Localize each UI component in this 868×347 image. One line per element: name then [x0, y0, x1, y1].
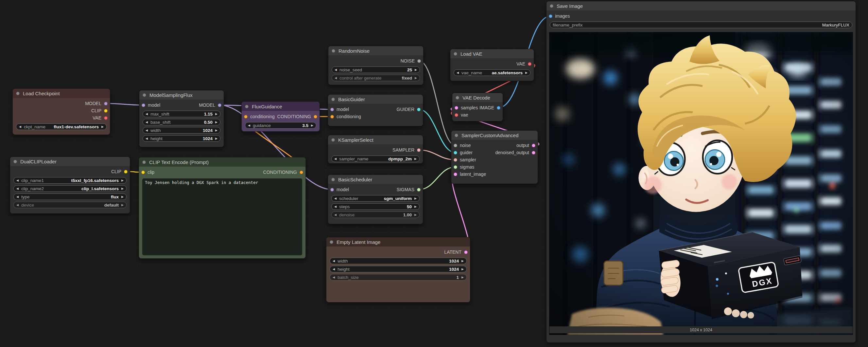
- model-input-port[interactable]: [330, 188, 334, 192]
- SAMPLER-output-port[interactable]: [417, 148, 421, 152]
- CLIP-output-port[interactable]: [124, 170, 128, 173]
- increment-arrow-icon[interactable]: ▶: [215, 137, 217, 140]
- prompt-textarea[interactable]: Toy Jensen holding a DGX Spark in a data…: [142, 178, 302, 255]
- node-header[interactable]: VAE Decode: [452, 93, 503, 102]
- collapse-dot-icon[interactable]: [245, 105, 249, 108]
- decrement-arrow-icon[interactable]: ◀: [17, 204, 19, 207]
- clip_name2-widget[interactable]: ◀clip_name2clip_l.safetensors▶: [13, 185, 127, 192]
- decrement-arrow-icon[interactable]: ◀: [335, 77, 337, 80]
- node-basic-guider[interactable]: BasicGuidermodelGUIDERconditioning: [328, 94, 423, 126]
- control-after-generate-widget[interactable]: ◀control after generatefixed▶: [332, 75, 420, 81]
- conditioning-input-port[interactable]: [330, 115, 334, 118]
- height-widget[interactable]: ◀height1024▶: [143, 135, 220, 142]
- device-widget[interactable]: ◀devicedefault▶: [13, 202, 127, 208]
- steps-widget[interactable]: ◀steps50▶: [331, 203, 420, 210]
- collapse-dot-icon[interactable]: [330, 240, 333, 244]
- node-ksampler-select[interactable]: KSamplerSelectSAMPLER◀sampler_namedpmpp_…: [328, 135, 423, 164]
- decrement-arrow-icon[interactable]: ◀: [334, 205, 337, 208]
- collapse-dot-icon[interactable]: [456, 96, 459, 99]
- decrement-arrow-icon[interactable]: ◀: [457, 71, 459, 74]
- decrement-arrow-icon[interactable]: ◀: [17, 187, 19, 190]
- decrement-arrow-icon[interactable]: ◀: [146, 113, 148, 116]
- CONDITIONING-output-port[interactable]: [314, 115, 317, 118]
- increment-arrow-icon[interactable]: ▶: [462, 260, 464, 263]
- CONDITIONING-output-port[interactable]: [300, 171, 303, 174]
- increment-arrow-icon[interactable]: ▶: [415, 77, 417, 80]
- guidance-widget[interactable]: ◀guidance3.5▶: [245, 122, 316, 129]
- increment-arrow-icon[interactable]: ▶: [215, 121, 217, 124]
- node-load-checkpoint[interactable]: Load CheckpointMODELCLIPVAE◀ckpt_nameflu…: [12, 88, 110, 135]
- scheduler-widget[interactable]: ◀schedulersgm_uniform▶: [331, 195, 420, 202]
- batch_size-widget[interactable]: ◀batch_size1▶: [330, 274, 467, 281]
- decrement-arrow-icon[interactable]: ◀: [17, 196, 19, 198]
- max_shift-widget[interactable]: ◀max_shift1.15▶: [143, 111, 220, 117]
- noise_seed-widget[interactable]: ◀noise_seed25▶: [332, 66, 420, 73]
- increment-arrow-icon[interactable]: ▶: [415, 68, 417, 71]
- increment-arrow-icon[interactable]: ▶: [462, 276, 464, 279]
- node-header[interactable]: DualCLIPLoader: [10, 157, 130, 166]
- CLIP-output-port[interactable]: [104, 109, 107, 113]
- model-input-port[interactable]: [330, 108, 334, 111]
- sampler-input-port[interactable]: [454, 158, 457, 162]
- decrement-arrow-icon[interactable]: ◀: [333, 260, 335, 263]
- node-empty-latent-image[interactable]: Empty Latent ImageLATENT◀width1024▶◀heig…: [326, 237, 470, 302]
- node-random-noise[interactable]: RandomNoiseNOISE◀noise_seed25▶◀control a…: [328, 46, 424, 85]
- MODEL-output-port[interactable]: [218, 104, 221, 107]
- node-header[interactable]: KSamplerSelect: [328, 135, 423, 144]
- node-header[interactable]: Save Image: [547, 1, 856, 10]
- denoised_output-output-port[interactable]: [532, 151, 535, 154]
- decrement-arrow-icon[interactable]: ◀: [334, 157, 337, 161]
- graph-canvas[interactable]: Load CheckpointMODELCLIPVAE◀ckpt_nameflu…: [0, 0, 868, 347]
- node-header[interactable]: FluxGuidance: [242, 102, 319, 111]
- collapse-dot-icon[interactable]: [331, 97, 335, 101]
- LATENT-output-port[interactable]: [464, 251, 468, 254]
- increment-arrow-icon[interactable]: ▶: [414, 197, 417, 200]
- ckpt_name-widget[interactable]: ◀ckpt_nameflux1-dev.safetensors▶: [16, 123, 106, 130]
- VAE-output-port[interactable]: [104, 116, 107, 120]
- filename_prefix-widget[interactable]: filename_prefixMarkuryFLUX: [550, 22, 852, 28]
- width-widget[interactable]: ◀width1024▶: [143, 127, 220, 134]
- collapse-dot-icon[interactable]: [142, 161, 146, 164]
- increment-arrow-icon[interactable]: ▶: [215, 129, 217, 132]
- output-output-port[interactable]: [532, 144, 535, 147]
- base_shift-widget[interactable]: ◀base_shift0.50▶: [143, 119, 220, 125]
- node-load-vae[interactable]: Load VAEVAE◀vae_nameae.safetensors▶: [450, 49, 534, 81]
- node-header[interactable]: Load VAE: [451, 49, 534, 58]
- node-sampler-custom-advanced[interactable]: SamplerCustomAdvancednoiseoutputguiderde…: [451, 130, 538, 184]
- decrement-arrow-icon[interactable]: ◀: [146, 121, 148, 124]
- node-flux-guidance[interactable]: FluxGuidanceconditioningCONDITIONING◀gui…: [241, 102, 320, 132]
- decrement-arrow-icon[interactable]: ◀: [334, 213, 337, 216]
- node-header[interactable]: SamplerCustomAdvanced: [451, 131, 538, 140]
- collapse-dot-icon[interactable]: [143, 93, 146, 97]
- decrement-arrow-icon[interactable]: ◀: [333, 268, 335, 271]
- node-header[interactable]: CLIP Text Encode (Prompt): [139, 157, 306, 167]
- GUIDER-output-port[interactable]: [417, 108, 421, 111]
- NOISE-output-port[interactable]: [417, 59, 421, 63]
- sigmas-input-port[interactable]: [454, 165, 457, 169]
- IMAGE-output-port[interactable]: [497, 106, 500, 110]
- denoise-widget[interactable]: ◀denoise1.00▶: [331, 211, 420, 218]
- model-input-port[interactable]: [142, 104, 145, 107]
- images-input-port[interactable]: [549, 15, 552, 18]
- node-header[interactable]: Load Checkpoint: [13, 89, 110, 98]
- collapse-dot-icon[interactable]: [550, 4, 553, 8]
- node-header[interactable]: BasicGuider: [328, 95, 423, 104]
- type-widget[interactable]: ◀typeflux▶: [13, 194, 127, 200]
- width-widget[interactable]: ◀width1024▶: [330, 258, 467, 264]
- clip_name1-widget[interactable]: ◀clip_name1t5xxl_fp16.safetensors▶: [13, 177, 127, 184]
- decrement-arrow-icon[interactable]: ◀: [333, 276, 335, 279]
- increment-arrow-icon[interactable]: ▶: [215, 113, 217, 116]
- collapse-dot-icon[interactable]: [331, 178, 335, 181]
- increment-arrow-icon[interactable]: ▶: [121, 204, 124, 207]
- node-dual-clip-loader[interactable]: DualCLIPLoaderCLIP◀clip_name1t5xxl_fp16.…: [10, 156, 130, 214]
- decrement-arrow-icon[interactable]: ◀: [146, 129, 148, 132]
- increment-arrow-icon[interactable]: ▶: [101, 125, 104, 128]
- height-widget[interactable]: ◀height1024▶: [330, 266, 467, 272]
- increment-arrow-icon[interactable]: ▶: [121, 187, 124, 190]
- increment-arrow-icon[interactable]: ▶: [121, 179, 124, 182]
- clip-input-port[interactable]: [141, 171, 145, 174]
- sampler_name-widget[interactable]: ◀sampler_namedpmpp_2m▶: [331, 155, 420, 162]
- conditioning-input-port[interactable]: [244, 115, 248, 118]
- node-save-image[interactable]: Save Imageimagesfilename_prefixMarkuryFL…: [546, 1, 856, 343]
- collapse-dot-icon[interactable]: [331, 138, 335, 142]
